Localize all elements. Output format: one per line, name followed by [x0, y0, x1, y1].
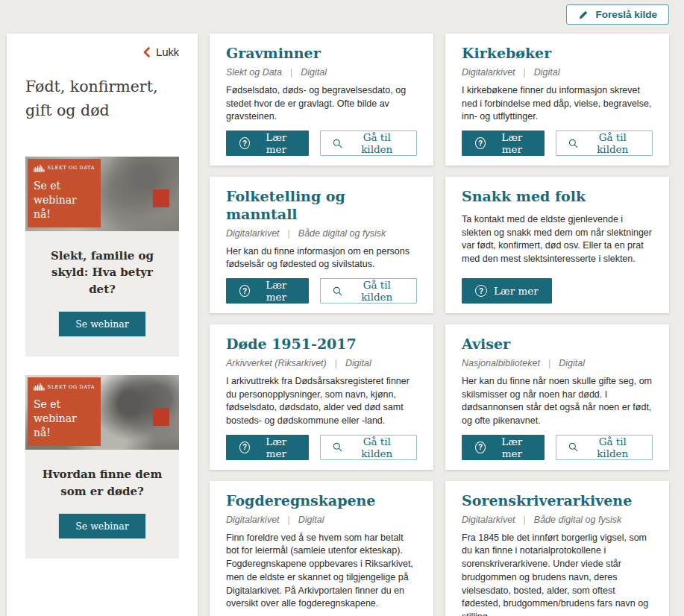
brand-row: SLEKT OG DATA [34, 164, 95, 172]
source-card-aviser: Aviser Nasjonalbiblioteket | Digital Her… [445, 324, 669, 470]
source-card-sorenskriverarkivene: Sorenskriverarkivene Digitalarkivet | Bå… [445, 481, 669, 616]
watch-webinar-button[interactable]: Se webinar [58, 311, 146, 337]
card-source: Slekt og Data [226, 67, 282, 78]
card-meta: Digitalarkivet | Både digital og fysisk [462, 515, 653, 525]
source-cards-grid: Gravminner Slekt og Data | Digital Fødse… [210, 34, 669, 616]
card-meta: Digitalarkivet | Digital [226, 515, 417, 525]
question-circle-icon: ? [475, 137, 486, 149]
suggest-source-label: Foreslå kilde [595, 9, 657, 20]
card-description: Ta kontakt med de eldste gjenlevende i s… [462, 213, 653, 266]
suggest-source-button[interactable]: Foreslå kilde [566, 4, 669, 25]
card-description: Fødselsdato, døds- og begravelsesdato, o… [226, 84, 417, 124]
card-title: Snakk med folk [462, 188, 653, 206]
card-description: Finn foreldre ved å se hvem som har beta… [226, 532, 417, 612]
question-circle-icon: ? [239, 137, 250, 149]
card-meta: Arkivverket (Riksarkivet) | Digital [226, 358, 417, 368]
card-source: Digitalarkivet [226, 515, 280, 525]
webinar-photo: SLEKT OG DATA Se et webinar nå! [25, 375, 179, 450]
card-format: Digital [345, 358, 371, 368]
card-actions: ? Lær mer Gå til kilden [226, 124, 417, 156]
webinar-body: Hvordan finne dem som er døde? Se webina… [25, 450, 179, 559]
card-actions: ? Lær mer [462, 271, 653, 304]
learn-more-button[interactable]: ? Lær mer [226, 131, 309, 156]
card-title: Aviser [462, 336, 653, 353]
source-card-kirkeboker: Kirkebøker Digitalarkivet | Digital I ki… [445, 34, 669, 166]
go-to-source-label: Gå til kilden [585, 131, 640, 155]
go-to-source-button[interactable]: Gå til kilden [556, 435, 653, 460]
card-actions: ? Lær mer Gå til kilden [462, 428, 653, 460]
webinar-overlay: SLEKT OG DATA Se et webinar nå! [28, 159, 101, 227]
card-format: Digital [534, 67, 560, 78]
card-format: Både digital og fysisk [298, 228, 386, 239]
card-description: Her kan du finne når noen skulle gifte s… [462, 375, 653, 428]
search-icon [333, 138, 342, 149]
close-link[interactable]: Lukk [142, 46, 179, 58]
learn-more-button[interactable]: ? Lær mer [226, 435, 309, 460]
card-source: Arkivverket (Riksarkivet) [226, 358, 327, 368]
go-to-source-label: Gå til kilden [349, 436, 404, 459]
go-to-source-button[interactable]: Gå til kilden [320, 278, 417, 304]
question-circle-icon: ? [475, 285, 487, 297]
card-title: Folketelling og manntall [226, 188, 417, 224]
source-card-fogderegnskapene: Fogderegnskapene Digitalarkivet | Digita… [210, 481, 433, 616]
watch-webinar-button[interactable]: Se webinar [58, 513, 146, 539]
question-circle-icon: ? [475, 441, 486, 453]
accent-square [153, 408, 169, 426]
card-title: Døde 1951-2017 [226, 336, 417, 353]
search-icon [568, 138, 578, 149]
go-to-source-button[interactable]: Gå til kilden [320, 435, 417, 460]
webinar-title: Slekt, familie og skyld: Hva betyr det? [37, 248, 167, 298]
card-meta: Digitalarkivet | Digital [462, 67, 653, 78]
card-source: Digitalarkivet [226, 228, 280, 239]
learn-more-label: Lær mer [257, 436, 295, 459]
card-actions: ? Lær mer Gå til kilden [226, 428, 417, 460]
card-title: Sorenskriverarkivene [462, 492, 653, 510]
close-row: Lukk [25, 46, 179, 60]
search-icon [333, 286, 342, 297]
learn-more-label: Lær mer [257, 131, 295, 155]
card-title: Fogderegnskapene [226, 492, 417, 510]
learn-more-button[interactable]: ? Lær mer [226, 278, 309, 304]
learn-more-button[interactable]: ? Lær mer [462, 435, 545, 460]
chevron-left-icon [142, 47, 150, 57]
card-meta: Nasjonalbiblioteket | Digital [462, 358, 653, 368]
meta-separator: | [524, 67, 526, 78]
learn-more-label: Lær mer [492, 131, 531, 155]
meta-separator: | [548, 358, 550, 368]
card-description: I kirkebøkene finner du informasjon skre… [462, 84, 653, 124]
question-circle-icon: ? [239, 285, 250, 297]
top-bar: Foreslå kilde [0, 0, 684, 34]
learn-more-button[interactable]: ? Lær mer [462, 131, 545, 156]
go-to-source-label: Gå til kilden [349, 131, 404, 155]
meta-separator: | [290, 67, 292, 78]
card-format: Digital [301, 67, 327, 78]
brand-label: SLEKT OG DATA [48, 384, 95, 390]
go-to-source-button[interactable]: Gå til kilden [320, 131, 417, 156]
source-card-snakk-med-folk: Snakk med folk Ta kontakt med de eldste … [445, 177, 669, 313]
meta-separator: | [288, 515, 290, 525]
learn-more-button[interactable]: ? Lær mer [462, 278, 552, 304]
webinar-title: Hvordan finne dem som er døde? [37, 466, 167, 500]
webinar-photo: SLEKT OG DATA Se et webinar nå! [25, 157, 179, 231]
card-source: Digitalarkivet [462, 515, 515, 525]
close-label: Lukk [156, 46, 179, 58]
go-to-source-button[interactable]: Gå til kilden [556, 131, 653, 156]
source-card-folketelling: Folketelling og manntall Digitalarkivet … [210, 177, 433, 313]
go-to-source-label: Gå til kilden [349, 279, 404, 303]
accent-square [153, 189, 169, 207]
overlay-text: Se et webinar nå! [34, 397, 95, 440]
webinar-overlay: SLEKT OG DATA Se et webinar nå! [28, 377, 101, 446]
overlay-text: Se et webinar nå! [34, 179, 95, 221]
source-card-dode-1951-2017: Døde 1951-2017 Arkivverket (Riksarkivet)… [210, 324, 433, 470]
pencil-icon [578, 10, 589, 20]
card-description: I arkivuttrekk fra Dødsårsaksregisteret … [226, 375, 417, 428]
webinar-body: Slekt, familie og skyld: Hva betyr det? … [25, 231, 179, 357]
content-area: Lukk Født, konfirmert, gift og død [0, 34, 684, 616]
card-format: Både digital og fysisk [534, 515, 621, 525]
question-circle-icon: ? [239, 441, 250, 453]
source-card-gravminner: Gravminner Slekt og Data | Digital Fødse… [210, 34, 433, 166]
go-to-source-label: Gå til kilden [585, 436, 640, 459]
card-source: Nasjonalbiblioteket [462, 358, 540, 368]
equalizer-bars-logo [34, 164, 45, 172]
card-actions: ? Lær mer Gå til kilden [462, 124, 653, 156]
